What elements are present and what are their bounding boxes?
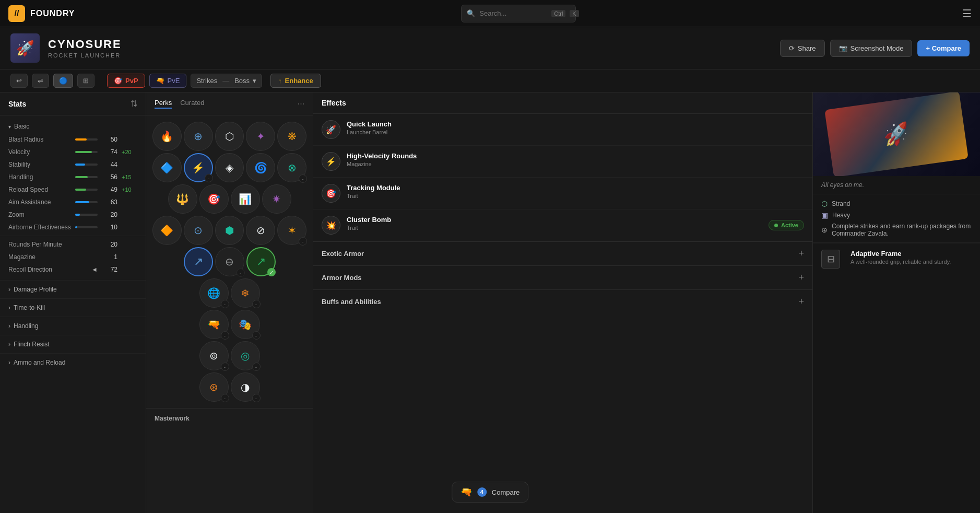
compare-button[interactable]: + Compare xyxy=(917,40,970,56)
perk-slot[interactable]: ⊙ xyxy=(184,216,213,245)
perk-slot[interactable]: ⬢ xyxy=(215,216,244,245)
sep: — xyxy=(222,77,229,85)
active-badge: Active xyxy=(769,220,804,230)
flinch-header[interactable]: › Flinch Resist xyxy=(0,335,146,353)
pve-icon: 🔫 xyxy=(156,77,164,85)
perk-slot-selected-green[interactable]: ↗✓ xyxy=(246,247,276,276)
handling-header[interactable]: › Handling xyxy=(0,317,146,335)
armor-mods-header[interactable]: Armor Mods + xyxy=(313,266,812,289)
perk-slot[interactable]: ⊘ xyxy=(246,216,275,245)
perk-slot[interactable]: ⊕ xyxy=(184,122,213,151)
perk-slot[interactable]: ◈ xyxy=(215,153,244,182)
collapse-icon: › xyxy=(8,359,10,366)
armor-mods-expand-icon[interactable]: + xyxy=(798,272,804,283)
perk-slot[interactable]: ❋ xyxy=(277,122,306,151)
perk-slot[interactable]: ✷ xyxy=(262,184,291,214)
perk-slot[interactable]: ✶- xyxy=(277,216,306,245)
stats-sort-button[interactable]: ⇅ xyxy=(131,99,137,109)
perk-slot[interactable]: ✦ xyxy=(246,122,275,151)
buffs-abilities-header[interactable]: Buffs and Abilities + xyxy=(313,290,812,313)
perk-slot[interactable]: 🎯 xyxy=(199,184,229,214)
enhance-button[interactable]: ↑ Enhance xyxy=(270,74,321,88)
search-input[interactable] xyxy=(479,9,547,17)
strikes-dropdown[interactable]: Strikes — Boss ▾ xyxy=(191,74,262,88)
stat-bar-container xyxy=(75,214,98,216)
grid-mode-button[interactable]: ⊞ xyxy=(77,74,95,88)
perk-slot[interactable]: ⊛- xyxy=(199,372,229,402)
perk-slot[interactable]: 📊 xyxy=(231,184,260,214)
perk-slot[interactable]: ⊗- xyxy=(277,153,306,182)
weapon-header-actions: ⟳ Share 📷 Screenshot Mode + Compare xyxy=(780,40,970,57)
perks-menu-button[interactable]: ⋯ xyxy=(298,100,304,108)
perk-slot[interactable]: 🌐- xyxy=(199,278,229,308)
perk-slot[interactable]: 🔷 xyxy=(152,153,182,182)
perk-row-trait1: 🔱 🎯 📊 ✷ xyxy=(152,184,306,214)
basic-section-header[interactable]: ▾ Basic xyxy=(0,120,146,133)
effect-info: Tracking Module Trait xyxy=(347,184,804,199)
perk-slot[interactable]: 🔱 xyxy=(168,184,197,214)
ammo-header[interactable]: › Ammo and Reload xyxy=(0,354,146,371)
effect-icon-tracking: 🎯 xyxy=(322,184,340,203)
collapse-icon: › xyxy=(8,286,10,293)
stat-name: Velocity xyxy=(8,148,71,156)
share-button[interactable]: ⟳ Share xyxy=(780,40,825,57)
perks-header: Perks Curated ⋯ xyxy=(146,92,313,115)
stat-bar-container xyxy=(75,151,98,153)
top-nav: // FOUNDRY 🔍 Ctrl K ☰ xyxy=(0,0,980,27)
perk-slot[interactable]: ◎- xyxy=(231,341,260,370)
compare-gun-icon: 🔫 xyxy=(461,486,472,498)
perk-slot-selected[interactable]: ⚡- xyxy=(184,153,213,182)
perks-tab-curated[interactable]: Curated xyxy=(180,99,204,109)
compare-bar[interactable]: 🔫 4 Compare xyxy=(452,482,528,503)
perk-slot[interactable]: 🌀 xyxy=(246,153,275,182)
perk-slot[interactable]: ❄- xyxy=(231,278,260,308)
stat-name: Airborne Effectiveness xyxy=(8,224,71,231)
perk-slot-selected-active[interactable]: ↗ xyxy=(184,247,213,276)
perks-grid: 🔥 ⊕ ⬡ ✦ ❋ 🔷 ⚡- ◈ 🌀 ⊗- 🔱 🎯 📊 ✷ xyxy=(146,115,313,408)
stat-value: 1 xyxy=(102,253,117,261)
enhance-icon: ↑ xyxy=(278,77,282,85)
perk-slot[interactable]: ⊖- xyxy=(215,247,244,276)
effect-info: Quick Launch Launcher Barrel xyxy=(347,120,804,135)
compare-label: Compare xyxy=(492,488,519,496)
pvp-mode-button[interactable]: 🎯 PvP xyxy=(107,74,145,88)
stat-bar xyxy=(75,176,88,178)
weapon-tag-strike: ⊕ Complete strikes and earn rank-up pack… xyxy=(821,223,972,237)
damage-profile-header[interactable]: › Damage Profile xyxy=(0,281,146,298)
pve-mode-button[interactable]: 🔫 PvE xyxy=(149,74,187,88)
exotic-armor-header[interactable]: Exotic Armor + xyxy=(313,242,812,265)
stat-bar-container xyxy=(75,164,98,166)
armor-mods-title: Armor Mods xyxy=(322,274,362,282)
weapon-name: CYNOSURE xyxy=(48,38,122,51)
search-bar[interactable]: 🔍 Ctrl K xyxy=(461,5,576,22)
undo-button[interactable]: ↩ xyxy=(10,74,28,88)
stat-name: Zoom xyxy=(8,211,71,218)
perk-slot[interactable]: ⬡ xyxy=(215,122,244,151)
effect-sub: Trait xyxy=(347,193,804,199)
exotic-armor-expand-icon[interactable]: + xyxy=(798,248,804,259)
view-mode-button[interactable]: 🔵 xyxy=(53,74,73,88)
perk-slot[interactable]: 🔫- xyxy=(199,310,229,339)
stat-name: Blast Radius xyxy=(8,136,71,143)
toggle-button[interactable]: ⇌ xyxy=(32,74,49,88)
collapse-icon: › xyxy=(8,341,10,348)
buffs-expand-icon[interactable]: + xyxy=(798,296,804,307)
effect-name: High-Velocity Rounds xyxy=(347,152,804,160)
stat-bar-container xyxy=(75,176,98,178)
ttk-header[interactable]: › Time-to-Kill xyxy=(0,299,146,317)
perks-tab-perks[interactable]: Perks xyxy=(155,99,172,109)
perk-slot[interactable]: 🎭- xyxy=(231,310,260,339)
right-panel: 🚀 All eyes on me. ⬡ Strand ▣ Heavy ⊕ Com… xyxy=(813,92,980,513)
stat-handling: Handling 56 +15 xyxy=(0,171,146,183)
weapon-preview-image: 🚀 xyxy=(824,92,969,176)
perk-slot[interactable]: 🔶 xyxy=(152,216,182,245)
perk-slot[interactable]: 🔥 xyxy=(152,122,182,151)
screenshot-button[interactable]: 📷 Screenshot Mode xyxy=(830,40,913,57)
stat-blast-radius: Blast Radius 50 xyxy=(0,133,146,146)
effect-icon-cluster-bomb: 💥 xyxy=(322,216,340,235)
section-label: Handling xyxy=(14,322,38,330)
perk-slot[interactable]: ⊚- xyxy=(199,341,229,370)
stat-name: Rounds Per Minute xyxy=(8,241,71,248)
hamburger-menu[interactable]: ☰ xyxy=(962,7,972,20)
perk-slot[interactable]: ◑- xyxy=(231,372,260,402)
